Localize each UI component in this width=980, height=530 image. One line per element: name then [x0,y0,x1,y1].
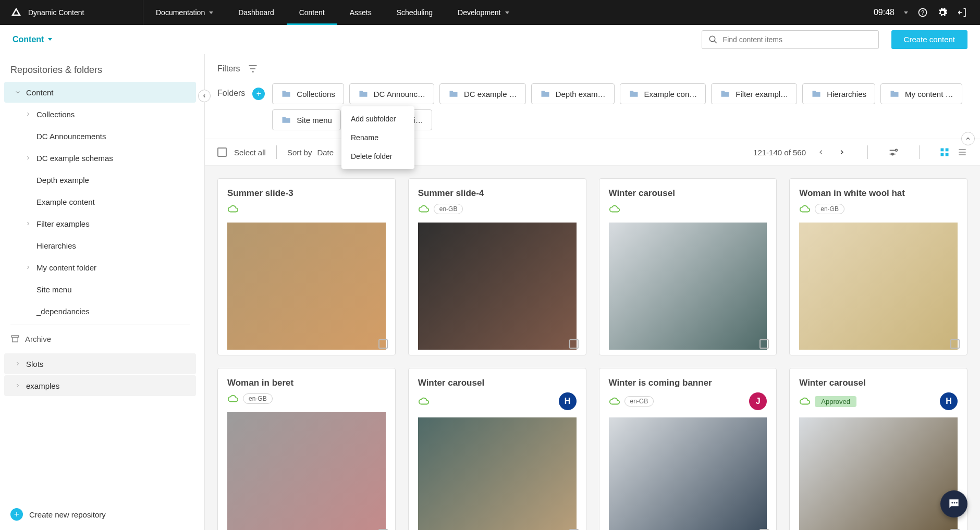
tree-node-filter-examples[interactable]: Filter examples [4,213,196,234]
content-card[interactable]: Winter is coming banneren-GBJ [599,368,777,530]
folder-chip-label: My content … [905,90,953,98]
tab-label: Assets [350,8,372,17]
tree-node-slots[interactable]: Slots [4,353,196,374]
create-repo-button[interactable]: + Create new repository [0,497,204,530]
folder-chip[interactable]: DC example … [439,83,526,104]
folder-icon [540,89,550,99]
divider [867,145,868,159]
filter-icon[interactable] [248,64,258,74]
grid-view-button[interactable] [939,147,950,157]
pagination-label: 121-140 of 560 [753,148,806,157]
prev-page-button[interactable] [815,146,827,158]
svg-point-12 [956,502,958,503]
tree-node-content[interactable]: Content [4,82,196,103]
gear-icon[interactable] [937,7,948,18]
card-meta: H [418,392,577,410]
search-input-wrap[interactable] [702,30,879,49]
tab-development[interactable]: Development [445,0,522,25]
folder-chip[interactable]: Hierarchies [802,83,875,104]
folder-chip-label: DC example … [464,90,517,98]
archive-link[interactable]: Archive [0,328,200,349]
settings-icon[interactable] [888,146,899,158]
card-title: Winter carousel [609,188,767,199]
svg-rect-7 [946,149,949,152]
tree-node-dependancies[interactable]: _dependancies [4,301,196,322]
list-view-button[interactable] [957,147,967,157]
archive-label: Archive [25,335,51,343]
tree-node-example-content[interactable]: Example content [4,191,196,212]
add-folder-button[interactable]: + [252,88,265,100]
tab-dashboard[interactable]: Dashboard [226,0,287,25]
select-all-checkbox[interactable] [217,147,227,157]
content-grid-area: Summer slide-3Summer slide-4en-GBWinter … [205,166,980,530]
tab-documentation[interactable]: Documentation [143,0,226,25]
tree-node-examples[interactable]: examples [4,375,196,396]
folder-chip[interactable]: Collections [272,83,344,104]
tree-node-dc-announcements[interactable]: DC Announcements [4,126,196,146]
card-thumbnail [418,417,577,530]
brand-name: Dynamic Content [28,8,84,17]
tree-node-site-menu[interactable]: Site menu [4,279,196,300]
help-icon[interactable]: ? [917,7,928,18]
tab-assets[interactable]: Assets [337,0,384,25]
folder-icon [281,89,291,99]
sort-by-label: Sort by [287,148,312,157]
content-card[interactable]: Winter carouselH [408,368,586,530]
avatar: H [559,392,577,410]
tree-label: Collections [36,110,75,119]
svg-point-2 [709,36,715,42]
tree-node-collections[interactable]: Collections [4,104,196,125]
content-card[interactable]: Woman in white wool haten-GB [789,178,967,355]
tree-label: examples [26,381,59,390]
chevron-down-icon[interactable] [904,11,908,14]
ctx-rename[interactable]: Rename [341,128,414,147]
ctx-add-subfolder[interactable]: Add subfolder [341,109,414,128]
tree-node-my-content-folder[interactable]: My content folder [4,257,196,278]
filters-label: Filters [217,64,240,73]
create-content-button[interactable]: Create content [891,30,967,49]
card-checkbox[interactable] [569,339,579,349]
folder-chip[interactable]: My content … [880,83,962,104]
logout-icon[interactable] [957,7,967,18]
tree-label: My content folder [36,263,96,272]
status-badge: Approved [815,396,856,407]
top-bar: Dynamic Content Documentation Dashboard … [0,0,980,25]
card-checkbox[interactable] [378,339,388,349]
folder-chip[interactable]: DC Announc… [349,83,434,104]
content-card[interactable]: Winter carousel [599,178,777,355]
tree-label: DC Announcements [36,132,106,141]
folder-chip[interactable]: Depth exam… [531,83,615,104]
content-dropdown-label: Content [13,35,44,44]
tree-node-dc-example-schemas[interactable]: DC example schemas [4,147,196,168]
tree-node-depth-example[interactable]: Depth example [4,169,196,190]
search-input[interactable] [723,35,872,44]
chat-fab[interactable] [940,490,967,517]
chevron-right-icon [15,361,21,367]
next-page-button[interactable] [836,146,848,158]
content-card[interactable]: Summer slide-4en-GB [408,178,586,355]
svg-rect-6 [941,149,944,152]
ctx-delete-folder[interactable]: Delete folder [341,147,414,166]
chevron-right-icon [25,111,31,117]
folders-collapse-button[interactable] [961,132,975,145]
chevron-down-icon [15,89,21,95]
folder-chip[interactable]: Filter exampl… [711,83,797,104]
tree-node-hierarchies[interactable]: Hierarchies [4,235,196,256]
card-meta: ApprovedH [799,392,958,410]
content-card[interactable]: Woman in bereten-GB [217,368,396,530]
top-tabs: Documentation Dashboard Content Assets S… [143,0,522,25]
content-dropdown[interactable]: Content [13,35,52,44]
folder-context-menu: Add subfolder Rename Delete folder [341,106,414,169]
card-title: Summer slide-4 [418,188,577,199]
filters-bar: Filters [205,54,980,83]
tab-scheduling[interactable]: Scheduling [384,0,445,25]
card-checkbox[interactable] [760,339,769,349]
clock: 09:48 [874,8,895,17]
tree-label: Content [26,88,54,97]
content-card[interactable]: Summer slide-3 [217,178,396,355]
folder-chip[interactable]: Example con… [620,83,706,104]
folder-chip[interactable]: Site menu [272,109,341,130]
folders-bar: Folders + CollectionsDC Announc…DC examp… [205,83,980,139]
card-checkbox[interactable] [950,339,960,349]
tab-content[interactable]: Content [287,0,337,25]
